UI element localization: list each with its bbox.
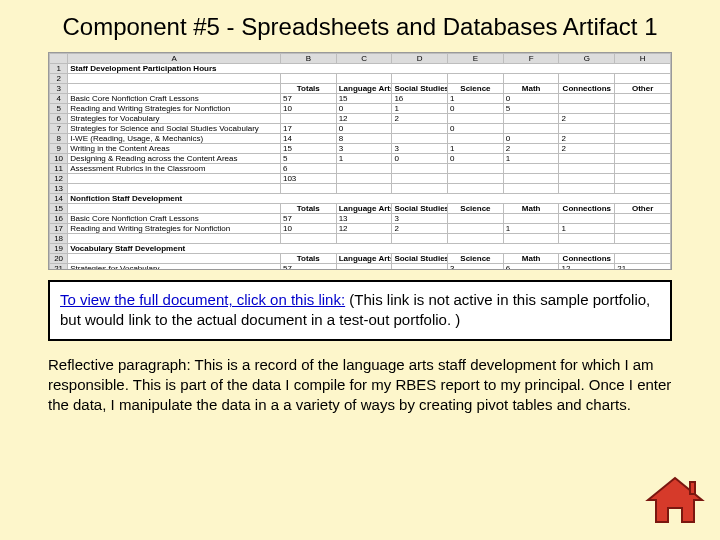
col-h: H (615, 54, 671, 64)
document-link[interactable]: To view the full document, click on this… (60, 291, 345, 308)
col-c: C (336, 54, 392, 64)
page-title: Component #5 - Spreadsheets and Database… (0, 0, 720, 48)
spreadsheet-table: A B C D E F G H 1Staff Development Parti… (49, 53, 671, 270)
table-row: 8I-WE (Reading, Usage, & Mechanics)14802 (50, 134, 671, 144)
corner-cell (50, 54, 68, 64)
table-row: 4Basic Core Nonfiction Craft Lessons5715… (50, 94, 671, 104)
col-f: F (503, 54, 559, 64)
table-row: 17Reading and Writing Strategies for Non… (50, 224, 671, 234)
link-callout-box: To view the full document, click on this… (48, 280, 672, 341)
table-row: 16Basic Core Nonfiction Craft Lessons571… (50, 214, 671, 224)
col-e: E (448, 54, 504, 64)
table-row: 12103 (50, 174, 671, 184)
table-row: 7Strategies for Science and Social Studi… (50, 124, 671, 134)
col-g: G (559, 54, 615, 64)
col-d: D (392, 54, 448, 64)
col-header-row: A B C D E F G H (50, 54, 671, 64)
spreadsheet-image: A B C D E F G H 1Staff Development Parti… (48, 52, 672, 270)
home-button[interactable] (644, 476, 706, 530)
col-b: B (280, 54, 336, 64)
home-icon (644, 476, 706, 530)
reflective-paragraph: Reflective paragraph: This is a record o… (48, 355, 672, 416)
table-row: 10Designing & Reading across the Content… (50, 154, 671, 164)
table-row: 21Strategies for Vocabulary57361221 (50, 264, 671, 271)
table-row: 5Reading and Writing Strategies for Nonf… (50, 104, 671, 114)
table-row: 9Writing in the Content Areas1533122 (50, 144, 671, 154)
col-a: A (68, 54, 281, 64)
table-row: 6Strategies for Vocabulary1222 (50, 114, 671, 124)
svg-rect-1 (690, 482, 695, 494)
table-row: 11Assessment Rubrics in the Classroom6 (50, 164, 671, 174)
